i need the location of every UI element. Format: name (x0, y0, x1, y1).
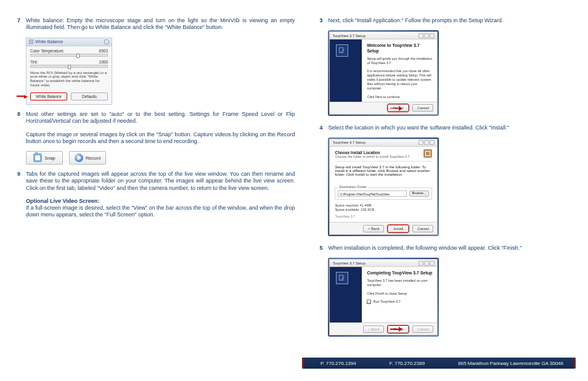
step-8: 8 Most other settings are set to "auto" … (17, 111, 295, 125)
footer-fax: F. 770.270.2389 (390, 361, 425, 366)
footer-phone: P. 770.270.1394 (321, 361, 356, 366)
wb-title-icon (29, 39, 33, 44)
optional-heading: Optional Live Video Screen: (26, 198, 99, 204)
maximize-icon[interactable] (424, 261, 429, 266)
wizard-welcome-wrap: ToupView 3.7 Setup Welcome to ToupV (328, 30, 439, 115)
window-controls (419, 33, 435, 38)
snap-record-row: Snap Record (26, 151, 295, 165)
step-text: Select the location in which you want th… (328, 125, 571, 131)
installer-logo-icon (336, 272, 348, 284)
maximize-icon[interactable] (424, 33, 429, 38)
step-number: 4 (319, 125, 328, 131)
wizard-text: ToupView 3.7 has been installed on your … (367, 279, 432, 287)
wizard-titlebar: ToupView 3.7 Setup (330, 139, 437, 147)
wizard-finish-wrap: ToupView 3.7 Setup Completing ToupV (328, 258, 439, 337)
step-number: 3 (319, 17, 328, 24)
finish-button[interactable]: Finish (388, 326, 409, 333)
wizard-title: ToupView 3.7 Setup (332, 141, 365, 144)
wizard-title: ToupView 3.7 Setup (332, 34, 365, 38)
page: 7 White balance: Empty the microscope st… (0, 0, 588, 345)
wizard-heading: Choose Install Location (335, 150, 432, 155)
wizard-footer: Next > Cancel (330, 102, 437, 114)
minimize-icon[interactable] (419, 140, 423, 145)
step-number: 8 (17, 111, 26, 125)
white-balance-button[interactable]: White Balance (30, 92, 67, 100)
window-controls (419, 140, 435, 145)
snap-label: Snap (44, 155, 55, 161)
wizard-heading: Welcome to ToupView 3.7 Setup (367, 43, 432, 54)
wb-tint-label: Tint: (30, 60, 38, 64)
wizard-text: Click Finish to close Setup. (367, 292, 432, 296)
back-button[interactable]: < Back (363, 225, 384, 232)
left-column: 7 White balance: Empty the microscope st… (17, 17, 295, 345)
wizard-main: Welcome to ToupView 3.7 Setup Setup will… (362, 39, 437, 101)
wizard-subtext: Choose the folder in which to install To… (335, 155, 410, 158)
optional-section: Optional Live Video Screen: If a full-sc… (26, 198, 295, 219)
record-button[interactable]: Record (69, 151, 106, 165)
step-9: 9 Tabs for the captured images will appe… (17, 171, 295, 192)
optional-text: If a full-screen image is desired, selec… (26, 205, 295, 218)
destination-folder-group: Destination Folder C:\Program Files\Toup… (335, 187, 432, 200)
install-path-input[interactable]: C:\Program Files\ToupTek\ToupView (338, 190, 406, 197)
wizard-body: Choose Install Location Choose the folde… (330, 147, 437, 222)
wizard-footer: < Back Finish Cancel (330, 322, 437, 335)
step-number: 7 (17, 17, 26, 31)
wizard-location: ToupView 3.7 Setup Choose Install Locati… (329, 139, 438, 235)
installer-logo-icon (336, 44, 348, 57)
wb-colortemp-value: 6503 (99, 49, 108, 53)
wb-tint-row: Tint: 1000 (30, 60, 108, 64)
wb-colortemp-label: Color Temperature: (30, 49, 65, 53)
checkbox-label: Run ToupView 3.7 (373, 300, 400, 304)
close-icon[interactable] (430, 33, 435, 38)
wizard-body: Completing ToupView 3.7 Setup ToupView 3… (330, 267, 437, 322)
wb-tint-slider[interactable] (30, 65, 108, 68)
wb-body: Color Temperature: 6503 Tint: 1000 Move … (27, 46, 112, 91)
wizard-sidebar (330, 267, 362, 322)
cancel-button[interactable]: Cancel (412, 104, 433, 112)
run-app-checkbox[interactable]: Run ToupView 3.7 (367, 300, 432, 304)
wizard-main: Completing ToupView 3.7 Setup ToupView 3… (362, 267, 437, 322)
wizard-body: Welcome to ToupView 3.7 Setup Setup will… (330, 39, 437, 101)
camera-icon (33, 154, 42, 162)
step-text: White balance: Empty the microscope stag… (26, 17, 295, 31)
wb-tint-value: 1000 (99, 60, 108, 64)
snap-button[interactable]: Snap (26, 151, 63, 165)
folder-icon (423, 149, 432, 158)
step-7: 7 White balance: Empty the microscope st… (17, 17, 295, 31)
wizard-title: ToupView 3.7 Setup (332, 261, 365, 265)
wb-titlebar: White Balance (27, 38, 112, 46)
wizard-titlebar: ToupView 3.7 Setup (330, 32, 437, 39)
wizard-text: It is recommended that you close all oth… (367, 69, 432, 90)
window-controls (419, 261, 435, 266)
step-text: Most other settings are set to "auto" or… (26, 111, 295, 125)
defaults-button[interactable]: Defaults (71, 92, 108, 100)
install-button[interactable]: Install (388, 225, 409, 232)
cancel-button[interactable]: Cancel (412, 225, 433, 232)
step-text: When installation is completed, the foll… (328, 245, 571, 252)
maximize-icon[interactable] (424, 140, 429, 145)
record-label: Record (86, 155, 100, 161)
play-icon (75, 154, 83, 162)
minimize-icon[interactable] (419, 261, 423, 266)
footer-address: 865 Marathon Parkway Lawrenceville GA 30… (458, 361, 563, 366)
space-available: Space available: 235.3GB (335, 208, 432, 212)
wb-colortemp-row: Color Temperature: 6503 (30, 49, 108, 53)
wizard-text: Setup will guide you through the install… (367, 57, 432, 65)
wizard-heading: Completing ToupView 3.7 Setup (367, 271, 432, 276)
step-3: 3 Next, click "Install Application." Fol… (319, 17, 571, 24)
next-button[interactable]: Next > (388, 104, 409, 112)
wb-title-text: White Balance (35, 38, 63, 46)
step-number: 5 (319, 245, 328, 252)
space-info: Space required: 41.4MB Space available: … (335, 203, 432, 212)
wizard-brand: ToupView 3.7 (335, 215, 432, 218)
white-balance-panel: White Balance Color Temperature: 6503 Ti… (26, 38, 112, 105)
close-icon[interactable] (430, 261, 435, 266)
browse-button[interactable]: Browse... (409, 190, 430, 197)
wb-colortemp-slider[interactable] (30, 54, 108, 57)
pin-icon[interactable] (104, 39, 109, 44)
wizard-subheader: Choose Install Location Choose the folde… (335, 150, 432, 162)
wb-button-row: White Balance Defaults (27, 90, 112, 104)
close-icon[interactable] (430, 140, 435, 145)
minimize-icon[interactable] (419, 33, 423, 38)
wizard-titlebar: ToupView 3.7 Setup (330, 260, 437, 267)
